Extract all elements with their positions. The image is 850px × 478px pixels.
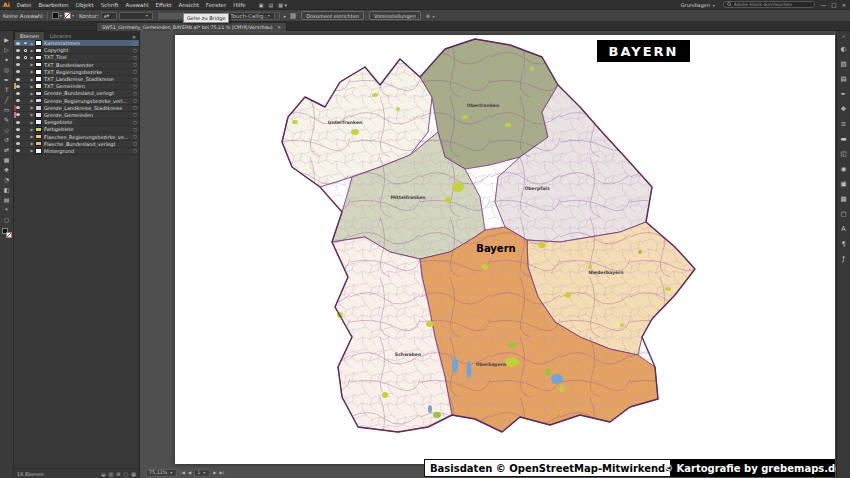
search-input[interactable]: Adobe Stock durchsuchen bbox=[723, 1, 815, 8]
menu-datei[interactable]: Datei bbox=[17, 2, 32, 8]
menu-fenster[interactable]: Fenster bbox=[206, 2, 226, 8]
rotate-tool-icon[interactable]: ↺ bbox=[1, 134, 13, 144]
visibility-eye-icon[interactable] bbox=[14, 70, 22, 73]
graphic-styles-panel-icon[interactable]: ▣ bbox=[838, 178, 850, 190]
visibility-eye-icon[interactable] bbox=[14, 92, 22, 95]
layer-row-kartenrahmen[interactable]: ▶Kartenrahmen○ bbox=[14, 40, 139, 47]
paragraph-panel-icon[interactable]: ¶ bbox=[838, 238, 850, 250]
bridge-icon[interactable]: ▣ bbox=[259, 2, 264, 8]
menu-auswahl[interactable]: Auswahl bbox=[125, 2, 148, 8]
artboard-tool-icon[interactable]: ⌖ bbox=[1, 204, 13, 214]
fill-stroke-indicator[interactable] bbox=[2, 228, 12, 238]
menu-hilfe[interactable]: Hilfe bbox=[233, 2, 246, 8]
visibility-eye-icon[interactable] bbox=[14, 42, 22, 45]
bavaria-map[interactable]: UnterfrankenOberfrankenMittelfrankenOber… bbox=[280, 37, 700, 435]
color-guide-panel-icon[interactable]: ▧ bbox=[838, 58, 850, 70]
layer-row-txt-bundeslaender[interactable]: ▶TXT_Bundeslaender○ bbox=[14, 62, 139, 69]
lock-icon[interactable] bbox=[22, 56, 29, 59]
layer-name[interactable]: Grenze_Bundesland_verlegt bbox=[44, 90, 131, 96]
target-circle-icon[interactable]: ○ bbox=[131, 84, 139, 89]
minimize-button[interactable]: — bbox=[821, 2, 827, 8]
appearance-panel-icon[interactable]: ◉ bbox=[838, 163, 850, 175]
lasso-tool-icon[interactable]: ◎ bbox=[1, 64, 13, 74]
variable-width-dropdown[interactable]: ▾ bbox=[119, 12, 153, 20]
zoom-tool-icon[interactable]: ○ bbox=[1, 214, 13, 224]
target-circle-icon[interactable]: ○ bbox=[131, 134, 139, 139]
layer-row-txt-regierungsbezirke[interactable]: ▶TXT_Regierungsbezirke○ bbox=[14, 69, 139, 76]
tab-ebenen[interactable]: Ebenen bbox=[14, 31, 45, 40]
pencil-tool-icon[interactable]: ✎ bbox=[1, 114, 13, 124]
layer-row-txt-titel[interactable]: ▶TXT_Titel○ bbox=[14, 54, 139, 61]
layer-row-copyright[interactable]: ▶Copyright○ bbox=[14, 47, 139, 54]
pen-tool-icon[interactable]: ✒ bbox=[1, 74, 13, 84]
locate-object-icon[interactable]: ◒ bbox=[101, 471, 105, 477]
brush-tool-icon[interactable]: ◇ bbox=[1, 124, 13, 134]
target-circle-icon[interactable]: ○ bbox=[131, 41, 139, 46]
zoom-level-dropdown[interactable]: 75,11%▾ bbox=[146, 469, 177, 477]
type-tool-icon[interactable]: T bbox=[1, 84, 13, 94]
layer-name[interactable]: Hintergrund bbox=[44, 148, 131, 154]
artboard[interactable]: UnterfrankenOberfrankenMittelfrankenOber… bbox=[175, 35, 835, 464]
expand-panels-icon[interactable]: « bbox=[842, 33, 845, 39]
layer-row-grenze-gemeinden[interactable]: ▶Grenze_Gemeinden○ bbox=[14, 112, 139, 119]
brushes-panel-icon[interactable]: ✒ bbox=[838, 88, 850, 100]
visibility-eye-icon[interactable] bbox=[14, 142, 22, 145]
layer-name[interactable]: TXT_Regierungsbezirke bbox=[44, 69, 131, 75]
new-layer-icon[interactable]: ▢ bbox=[124, 471, 129, 477]
layer-row-grenze-regierungsbezirke-verl-[interactable]: ▶Grenze_Regierungsbezirke_verl...○ bbox=[14, 98, 139, 105]
target-circle-icon[interactable]: ○ bbox=[131, 69, 139, 74]
layer-row-seegebiete[interactable]: ▶Seegebiete○ bbox=[14, 119, 139, 126]
prev-artboard-button[interactable]: ◀ bbox=[188, 470, 191, 475]
layer-name[interactable]: Kartenrahmen bbox=[44, 40, 131, 46]
layer-name[interactable]: Flaechen_Regierungsbezirke_ve... bbox=[44, 134, 131, 140]
layer-name[interactable]: Farbgebiete bbox=[44, 126, 131, 132]
fill-color-swatch[interactable] bbox=[52, 12, 59, 19]
scale-tool-icon[interactable]: ⇄ bbox=[1, 144, 13, 154]
layer-name[interactable]: Grenze_Landkreise_Stadtkreise bbox=[44, 105, 131, 111]
layer-row-grenze-bundesland-verlegt[interactable]: ▶Grenze_Bundesland_verlegt○ bbox=[14, 90, 139, 97]
visibility-eye-icon[interactable] bbox=[14, 135, 22, 138]
visibility-eye-icon[interactable] bbox=[14, 99, 22, 102]
layer-row-flaechen-regierungsbezirke-ve-[interactable]: ▶Flaechen_Regierungsbezirke_ve...○ bbox=[14, 133, 139, 140]
target-circle-icon[interactable]: ○ bbox=[131, 127, 139, 132]
menu-effekt[interactable]: Effekt bbox=[155, 2, 171, 8]
canvas[interactable]: UnterfrankenOberfrankenMittelfrankenOber… bbox=[140, 31, 836, 478]
layers-panel-icon[interactable]: ▦ bbox=[838, 193, 850, 205]
layer-name[interactable]: TXT_Titel bbox=[44, 54, 131, 60]
visibility-eye-icon[interactable] bbox=[14, 128, 22, 131]
target-circle-icon[interactable]: ○ bbox=[131, 112, 139, 117]
visibility-eye-icon[interactable] bbox=[14, 56, 22, 59]
close-tab-icon[interactable]: × bbox=[277, 24, 282, 30]
menu-ansicht[interactable]: Ansicht bbox=[178, 2, 198, 8]
menu-objekt[interactable]: Objekt bbox=[76, 2, 94, 8]
target-circle-icon[interactable]: ○ bbox=[131, 91, 139, 96]
style-swatch[interactable] bbox=[290, 13, 296, 19]
lock-icon[interactable] bbox=[22, 42, 29, 45]
new-sublayer-icon[interactable]: ⊞ bbox=[116, 471, 120, 477]
line-tool-icon[interactable]: ╱ bbox=[1, 94, 13, 104]
preferences-button[interactable]: Voreinstellungen bbox=[369, 11, 421, 20]
layer-name[interactable]: TXT_Gemeinden bbox=[44, 83, 131, 89]
swatches-panel-icon[interactable]: ▤ bbox=[838, 73, 850, 85]
layer-row-txt-gemeinden[interactable]: ▶TXT_Gemeinden○ bbox=[14, 83, 139, 90]
layer-row-flaeche-bundesland-verlegt[interactable]: ▶Flaeche_Bundesland_verlegt○ bbox=[14, 141, 139, 148]
close-button[interactable]: × bbox=[841, 2, 846, 8]
symbol-tool-icon[interactable]: ▤ bbox=[1, 194, 13, 204]
workspace-switcher[interactable]: Grundlagen ▾ bbox=[681, 2, 717, 8]
layer-name[interactable]: TXT_Bundeslaender bbox=[44, 62, 131, 68]
arrange-documents-icon[interactable]: ▦ ▾ bbox=[278, 2, 287, 8]
delete-layer-icon[interactable]: ▦ bbox=[131, 471, 136, 477]
character-panel-icon[interactable]: A bbox=[838, 223, 850, 235]
layer-name[interactable]: Flaeche_Bundesland_verlegt bbox=[44, 141, 131, 147]
symbols-panel-icon[interactable]: ❖ bbox=[838, 103, 850, 115]
layer-name[interactable]: TXT_Landkreise_Stadtkreise bbox=[44, 76, 131, 82]
visibility-eye-icon[interactable] bbox=[14, 121, 22, 124]
visibility-eye-icon[interactable] bbox=[14, 78, 22, 81]
layer-row-grenze-landkreise-stadtkreise[interactable]: ▶Grenze_Landkreise_Stadtkreise○ bbox=[14, 105, 139, 112]
eyedropper-tool-icon[interactable]: ◔ bbox=[1, 174, 13, 184]
target-circle-icon[interactable]: ○ bbox=[131, 77, 139, 82]
menu-schrift[interactable]: Schrift bbox=[101, 2, 119, 8]
color-panel-icon[interactable]: ◐ bbox=[838, 43, 850, 55]
opacity-icon[interactable]: ▸ bbox=[284, 13, 287, 19]
visibility-eye-icon[interactable] bbox=[14, 49, 22, 52]
